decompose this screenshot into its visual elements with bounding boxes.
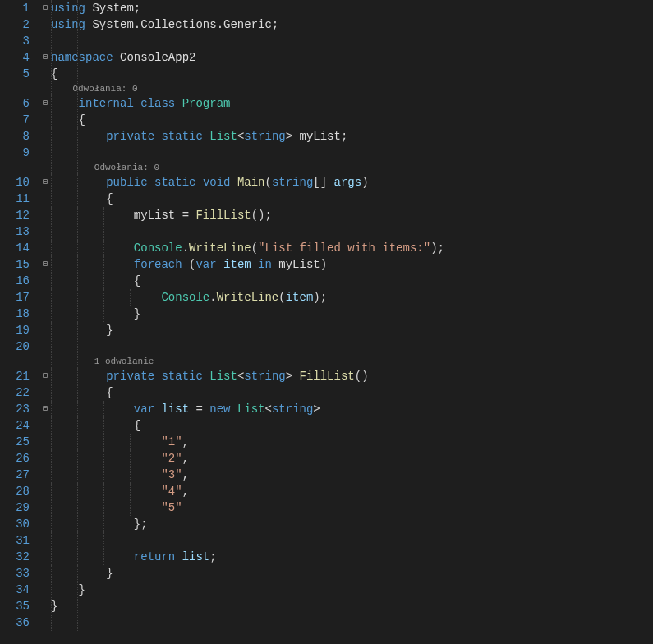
line-number: 8 xyxy=(0,128,30,145)
line-number: 35 xyxy=(0,598,30,614)
line-number: 9 xyxy=(0,145,30,161)
fold-toggle-icon[interactable]: ⊟ xyxy=(39,174,51,191)
fold-toggle-icon[interactable]: ⊟ xyxy=(39,368,51,384)
fold-toggle-icon[interactable]: ⊟ xyxy=(39,49,51,66)
code-line[interactable]: return list; xyxy=(51,549,653,565)
line-number: 13 xyxy=(0,223,30,240)
code-line[interactable]: private static List<string> FillList() xyxy=(51,368,653,384)
code-line[interactable] xyxy=(51,223,653,240)
code-line[interactable]: } xyxy=(51,598,653,614)
line-number: 3 xyxy=(0,33,30,49)
line-number: 7 xyxy=(0,112,30,128)
code-line[interactable]: "5" xyxy=(51,499,653,516)
code-line[interactable] xyxy=(51,145,653,161)
line-number: 16 xyxy=(0,273,30,289)
line-number: 6 xyxy=(0,95,30,112)
code-line[interactable]: { xyxy=(51,417,653,434)
code-line[interactable]: myList = FillList(); xyxy=(51,207,653,223)
code-line[interactable]: using System.Collections.Generic; xyxy=(51,16,653,33)
code-line[interactable]: internal class Program xyxy=(51,95,653,112)
line-number-gutter: 1 2 3 4 5 6 7 8 9 10 11 12 13 14 15 16 1… xyxy=(0,0,39,631)
code-line[interactable] xyxy=(51,338,653,355)
code-line[interactable]: "2", xyxy=(51,450,653,467)
code-area[interactable]: using System; using System.Collections.G… xyxy=(51,0,653,631)
line-number: 15 xyxy=(0,256,30,273)
code-line[interactable]: { xyxy=(51,384,653,401)
fold-toggle-icon[interactable]: ⊟ xyxy=(39,401,51,417)
code-line[interactable] xyxy=(51,614,653,631)
code-line[interactable]: { xyxy=(51,191,653,207)
line-number: 10 xyxy=(0,174,30,191)
code-line[interactable]: { xyxy=(51,66,653,82)
code-line[interactable]: var list = new List<string> xyxy=(51,401,653,417)
code-line[interactable]: Console.WriteLine(item); xyxy=(51,289,653,306)
code-line[interactable]: namespace ConsoleApp2 xyxy=(51,49,653,66)
line-number: 11 xyxy=(0,191,30,207)
line-number: 4 xyxy=(0,49,30,66)
code-line[interactable]: private static List<string> myList; xyxy=(51,128,653,145)
line-number: 31 xyxy=(0,532,30,549)
line-number: 26 xyxy=(0,450,30,467)
line-number: 33 xyxy=(0,565,30,582)
line-number: 36 xyxy=(0,614,30,631)
line-number: 25 xyxy=(0,434,30,450)
line-number: 21 xyxy=(0,368,30,384)
line-number: 29 xyxy=(0,499,30,516)
line-number: 23 xyxy=(0,401,30,417)
code-line[interactable]: { xyxy=(51,273,653,289)
line-number: 24 xyxy=(0,417,30,434)
codelens-references[interactable]: 1 odwołanie xyxy=(51,355,653,368)
fold-toggle-icon[interactable]: ⊟ xyxy=(39,0,51,16)
code-line[interactable]: { xyxy=(51,112,653,128)
line-number: 19 xyxy=(0,322,30,338)
codelens-references[interactable]: Odwołania: 0 xyxy=(51,82,653,95)
line-number: 18 xyxy=(0,306,30,322)
line-number: 28 xyxy=(0,483,30,499)
code-line[interactable]: "3", xyxy=(51,467,653,483)
code-line[interactable]: } xyxy=(51,306,653,322)
codelens-references[interactable]: Odwołania: 0 xyxy=(51,161,653,174)
line-number: 17 xyxy=(0,289,30,306)
code-line[interactable]: using System; xyxy=(51,0,653,16)
line-number: 27 xyxy=(0,467,30,483)
code-line[interactable]: } xyxy=(51,322,653,338)
code-line[interactable]: } xyxy=(51,565,653,582)
line-number: 12 xyxy=(0,207,30,223)
fold-toggle-icon[interactable]: ⊟ xyxy=(39,95,51,112)
line-number: 22 xyxy=(0,384,30,401)
line-number: 32 xyxy=(0,549,30,565)
fold-gutter: ⊟ ⊟ ⊟ ⊟ ⊟ ⊟ ⊟ xyxy=(39,0,51,631)
code-line[interactable] xyxy=(51,532,653,549)
code-line[interactable]: }; xyxy=(51,516,653,532)
line-number: 20 xyxy=(0,338,30,355)
line-number: 30 xyxy=(0,516,30,532)
code-line[interactable]: "4", xyxy=(51,483,653,499)
code-line[interactable]: foreach (var item in myList) xyxy=(51,256,653,273)
code-line[interactable]: "1", xyxy=(51,434,653,450)
line-number: 14 xyxy=(0,240,30,256)
line-number: 2 xyxy=(0,16,30,33)
code-line[interactable]: Console.WriteLine("List filled with item… xyxy=(51,240,653,256)
line-number: 5 xyxy=(0,66,30,82)
code-line[interactable] xyxy=(51,33,653,49)
line-number: 1 xyxy=(0,0,30,16)
code-line[interactable]: } xyxy=(51,582,653,598)
line-number: 34 xyxy=(0,582,30,598)
code-editor[interactable]: 1 2 3 4 5 6 7 8 9 10 11 12 13 14 15 16 1… xyxy=(0,0,653,631)
fold-toggle-icon[interactable]: ⊟ xyxy=(39,256,51,273)
code-line[interactable]: public static void Main(string[] args) xyxy=(51,174,653,191)
